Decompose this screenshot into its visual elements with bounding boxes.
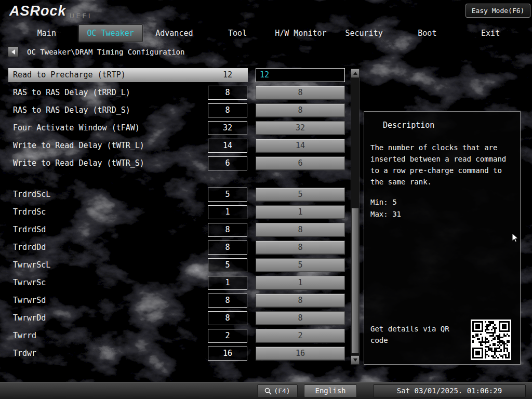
setting-row[interactable]: TrdrdSc11 xyxy=(8,205,346,219)
setting-value: 6 xyxy=(208,156,247,170)
setting-value: 8 xyxy=(208,294,247,308)
setting-value: 8 xyxy=(208,311,247,325)
setting-value: 5 xyxy=(208,188,247,202)
setting-input[interactable]: 14 xyxy=(256,139,345,153)
setting-label: TwrwrScL xyxy=(13,260,50,270)
setting-input[interactable]: 5 xyxy=(256,258,345,272)
search-hotkey: (F4) xyxy=(274,387,290,395)
description-title: Description xyxy=(383,121,434,130)
setting-value: 1 xyxy=(208,276,247,290)
qr-code xyxy=(471,320,511,360)
setting-row[interactable]: RAS to RAS Delay (tRRD_S)88 xyxy=(8,103,346,117)
breadcrumb: OC Tweaker\DRAM Timing Configuration xyxy=(27,48,184,56)
asrock-logo: ASRock xyxy=(9,3,66,19)
tab-bar: MainOC TweakerAdvancedToolH/W MonitorSec… xyxy=(15,24,522,42)
setting-label: TrdrdScL xyxy=(13,190,50,199)
setting-label: TrdrdDd xyxy=(13,243,46,252)
setting-label: TwrwrSc xyxy=(13,278,46,287)
setting-row[interactable]: TwrwrDd88 xyxy=(8,311,346,325)
setting-input[interactable]: 8 xyxy=(256,103,345,117)
setting-value: 32 xyxy=(208,121,247,135)
setting-value: 2 xyxy=(208,329,247,343)
setting-row[interactable]: Write to Read Delay (tWTR_L)1414 xyxy=(8,139,346,153)
setting-label: Trdwr xyxy=(13,349,36,358)
search-icon xyxy=(264,388,272,395)
setting-input[interactable]: 8 xyxy=(256,86,345,100)
setting-value: 16 xyxy=(208,347,247,361)
mouse-cursor xyxy=(512,233,522,243)
tab-h-w-monitor[interactable]: H/W Monitor xyxy=(269,24,332,42)
tab-main[interactable]: Main xyxy=(15,24,78,42)
setting-row[interactable]: TrdrdScL55 xyxy=(8,188,346,202)
setting-input[interactable]: 6 xyxy=(256,156,345,170)
setting-value: 8 xyxy=(208,86,247,100)
setting-label: TwrwrDd xyxy=(13,313,46,323)
search-button[interactable]: (F4) xyxy=(257,384,298,397)
settings-list: Read to Precharge (tRTP)1212RAS to RAS D… xyxy=(8,68,346,364)
setting-value: 12 xyxy=(208,68,247,82)
description-body: The number of clocks that are inserted b… xyxy=(370,142,516,188)
setting-label: TwrwrSd xyxy=(13,296,46,305)
setting-row[interactable]: Read to Precharge (tRTP)1212 xyxy=(8,68,346,82)
setting-row[interactable]: TwrwrSc11 xyxy=(8,276,346,290)
scrollbar[interactable] xyxy=(351,69,360,365)
setting-row[interactable]: Trdwr1616 xyxy=(8,347,346,361)
setting-value: 8 xyxy=(208,223,247,237)
setting-row[interactable]: Four Activate Window (tFAW)3232 xyxy=(8,121,346,135)
setting-row[interactable]: RAS to RAS Delay (tRRD_L)88 xyxy=(8,86,346,100)
setting-label: TrdrdSd xyxy=(13,225,46,234)
setting-value: 8 xyxy=(208,103,247,117)
setting-input[interactable]: 1 xyxy=(256,276,345,290)
setting-value: 14 xyxy=(208,139,247,153)
scroll-down-button[interactable] xyxy=(351,355,360,365)
setting-value: 1 xyxy=(208,205,247,219)
setting-input[interactable]: 2 xyxy=(256,329,345,343)
setting-input[interactable]: 32 xyxy=(256,121,345,135)
description-max-value: Max: 31 xyxy=(370,210,401,218)
description-min-value: Min: 5 xyxy=(370,198,397,206)
arrow-down-icon xyxy=(353,358,357,362)
setting-label: Read to Precharge (tRTP) xyxy=(13,70,126,79)
setting-input[interactable]: 12 xyxy=(256,68,345,82)
setting-label: Write to Read Delay (tWTR_S) xyxy=(13,158,144,168)
setting-input[interactable]: 1 xyxy=(256,205,345,219)
footer-bar: (F4) English Sat 03/01/2025. 01:06:29 xyxy=(0,382,532,399)
setting-input[interactable]: 8 xyxy=(256,223,345,237)
setting-label: RAS to RAS Delay (tRRD_S) xyxy=(13,105,130,115)
qr-label: Get details via QR code xyxy=(370,323,464,346)
setting-input[interactable]: 8 xyxy=(256,241,345,255)
back-arrow-icon xyxy=(11,49,15,55)
setting-label: Write to Read Delay (tWTR_L) xyxy=(13,141,144,150)
tab-boot[interactable]: Boot xyxy=(396,24,459,42)
setting-row[interactable]: Write to Read Delay (tWTR_S)66 xyxy=(8,156,346,170)
setting-label: TrdrdSc xyxy=(13,207,46,217)
tab-oc-tweaker[interactable]: OC Tweaker xyxy=(78,24,143,42)
setting-input[interactable]: 5 xyxy=(256,188,345,202)
language-button[interactable]: English xyxy=(304,384,357,397)
setting-label: Four Activate Window (tFAW) xyxy=(13,123,140,132)
setting-row[interactable]: TwrwrSd88 xyxy=(8,294,346,308)
setting-row[interactable]: TrdrdSd88 xyxy=(8,223,346,237)
setting-row[interactable]: TwrwrScL55 xyxy=(8,258,346,272)
setting-row[interactable]: Twrrd22 xyxy=(8,329,346,343)
tab-advanced[interactable]: Advanced xyxy=(143,24,206,42)
tab-tool[interactable]: Tool xyxy=(206,24,269,42)
datetime-display: Sat 03/01/2025. 01:06:29 xyxy=(373,384,526,397)
bios-screen: ASRock UEFI Easy Mode(F6) MainOC Tweaker… xyxy=(0,0,532,399)
scrollbar-track[interactable] xyxy=(351,78,360,355)
scroll-up-button[interactable] xyxy=(351,69,360,78)
tab-security[interactable]: Security xyxy=(332,24,396,42)
description-panel: Description The number of clocks that ar… xyxy=(364,111,521,365)
setting-input[interactable]: 16 xyxy=(256,347,345,361)
back-button[interactable] xyxy=(8,46,19,57)
easy-mode-button[interactable]: Easy Mode(F6) xyxy=(466,4,530,18)
setting-value: 5 xyxy=(208,258,247,272)
setting-row[interactable]: TrdrdDd88 xyxy=(8,241,346,255)
setting-label: Twrrd xyxy=(13,331,36,340)
row-gap xyxy=(8,174,346,188)
setting-label: RAS to RAS Delay (tRRD_L) xyxy=(13,88,130,97)
tab-exit[interactable]: Exit xyxy=(459,24,522,42)
setting-input[interactable]: 8 xyxy=(256,311,345,325)
setting-input[interactable]: 8 xyxy=(256,294,345,308)
scrollbar-thumb[interactable] xyxy=(351,208,359,353)
